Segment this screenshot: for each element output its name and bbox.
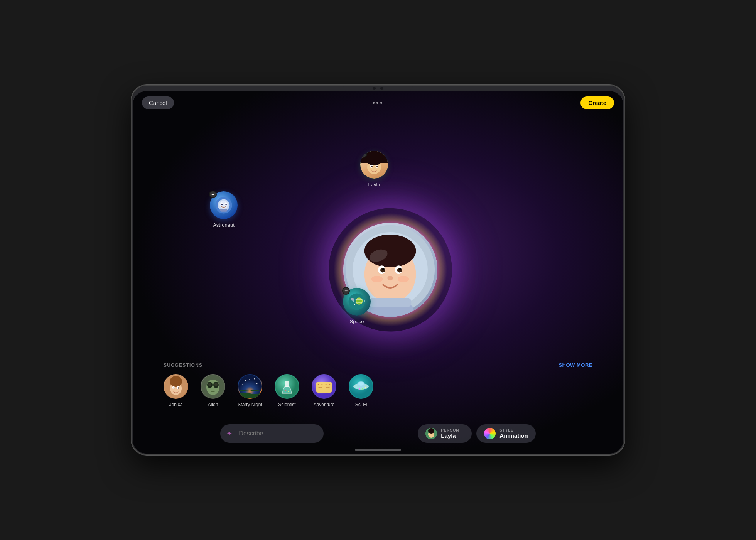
suggestions-bar: SUGGESTIONS SHOW MORE [133, 362, 623, 407]
svg-point-59 [285, 390, 286, 391]
svg-point-54 [249, 379, 250, 380]
starry-night-label: Starry Night [238, 402, 262, 407]
svg-point-67 [358, 382, 364, 386]
svg-point-36 [362, 305, 363, 305]
svg-rect-58 [285, 381, 289, 387]
svg-point-10 [388, 276, 393, 280]
svg-point-56 [242, 384, 243, 385]
floating-item-space[interactable]: − Space [343, 288, 371, 324]
scientist-icon [275, 374, 299, 399]
suggestion-jenica[interactable]: Jenica [164, 374, 188, 407]
person-pill-button[interactable]: PERSON Layla [418, 424, 472, 443]
svg-point-11 [371, 276, 383, 282]
style-label-main: Animation [500, 432, 528, 439]
alien-label: Alien [208, 402, 218, 407]
svg-point-43 [173, 387, 175, 389]
svg-point-21 [221, 204, 223, 205]
svg-rect-23 [220, 209, 227, 212]
svg-point-74 [428, 428, 434, 434]
svg-point-69 [359, 388, 360, 390]
sparkle-icon: ✦ [226, 429, 232, 438]
svg-point-60 [288, 391, 289, 392]
svg-point-22 [225, 204, 227, 205]
suggestion-scientist[interactable]: Scientist [275, 374, 299, 407]
svg-point-44 [178, 387, 179, 389]
bottom-toolbar: ✦ PERSON Layla [133, 424, 623, 443]
svg-point-8 [382, 268, 384, 270]
create-button[interactable]: Create [580, 96, 614, 109]
svg-point-68 [356, 387, 357, 388]
person-label-group: PERSON Layla [441, 428, 459, 439]
screen: Cancel Create [133, 91, 623, 454]
svg-point-49 [208, 383, 211, 386]
adventure-label: Adventure [314, 402, 335, 407]
describe-input-wrapper: ✦ [220, 424, 413, 443]
remove-astronaut-badge[interactable]: − [209, 191, 217, 198]
describe-input[interactable] [220, 424, 324, 443]
jenica-icon [164, 374, 188, 399]
svg-point-32 [356, 299, 362, 304]
home-indicator [355, 449, 401, 451]
suggestion-starry-night[interactable]: Starry Night [238, 374, 262, 407]
svg-point-71 [365, 387, 366, 388]
person-label-main: Layla [441, 432, 456, 439]
svg-point-55 [256, 383, 258, 384]
svg-point-34 [351, 298, 354, 301]
svg-point-3 [364, 235, 416, 267]
svg-point-29 [376, 166, 378, 167]
svg-point-12 [398, 276, 409, 282]
device-top-bar [343, 86, 413, 91]
person-avatar [425, 428, 437, 439]
svg-point-35 [354, 304, 355, 305]
suggestions-header: SUGGESTIONS SHOW MORE [164, 362, 592, 368]
suggestion-scifi[interactable]: Sci-Fi [349, 374, 373, 407]
dots-menu[interactable] [373, 102, 382, 104]
cancel-button[interactable]: Cancel [142, 96, 174, 109]
top-bar: Cancel Create [133, 91, 623, 114]
dot-2 [376, 102, 378, 104]
layla-icon: − [360, 151, 388, 179]
suggestions-list: Jenica [164, 374, 592, 407]
style-sphere-icon [484, 428, 496, 439]
svg-point-9 [399, 268, 401, 270]
astronaut-label: Astronaut [213, 222, 235, 228]
remove-space-badge[interactable]: − [342, 287, 350, 295]
space-label: Space [350, 319, 364, 324]
style-pill-button[interactable]: STYLE Animation [476, 424, 535, 443]
scifi-label: Sci-Fi [355, 402, 367, 407]
dot-3 [380, 102, 382, 104]
person-label-small: PERSON [441, 428, 459, 432]
svg-point-70 [362, 388, 363, 390]
suggestion-adventure[interactable]: Adventure [312, 374, 336, 407]
front-sensor [380, 87, 383, 90]
layla-label: Layla [368, 182, 380, 187]
space-icon: − [343, 288, 371, 316]
svg-point-37 [351, 304, 352, 304]
show-more-button[interactable]: SHOW MORE [559, 362, 592, 368]
svg-point-40 [170, 376, 182, 387]
suggestions-title: SUGGESTIONS [164, 363, 202, 368]
astronaut-icon: − [210, 191, 238, 219]
svg-point-50 [214, 383, 218, 386]
floating-item-astronaut[interactable]: − Astronaut [210, 191, 238, 228]
svg-rect-15 [369, 298, 411, 307]
adventure-icon [312, 374, 336, 399]
starry-night-icon [238, 374, 262, 399]
svg-point-52 [245, 380, 246, 381]
ipad-frame: Cancel Create [131, 85, 625, 455]
floating-item-layla[interactable]: − Layla [360, 151, 388, 187]
style-label-small: STYLE [500, 428, 513, 432]
svg-point-25 [366, 152, 383, 165]
style-label-group: STYLE Animation [500, 428, 528, 439]
svg-point-28 [371, 166, 373, 167]
alien-icon [201, 374, 225, 399]
jenica-label: Jenica [169, 402, 183, 407]
suggestion-alien[interactable]: Alien [201, 374, 225, 407]
scientist-label: Scientist [278, 402, 295, 407]
dot-1 [373, 102, 375, 104]
scifi-icon [349, 374, 373, 399]
camera-dot [373, 87, 376, 90]
svg-point-53 [254, 378, 255, 380]
app-content: Cancel Create [133, 91, 623, 454]
